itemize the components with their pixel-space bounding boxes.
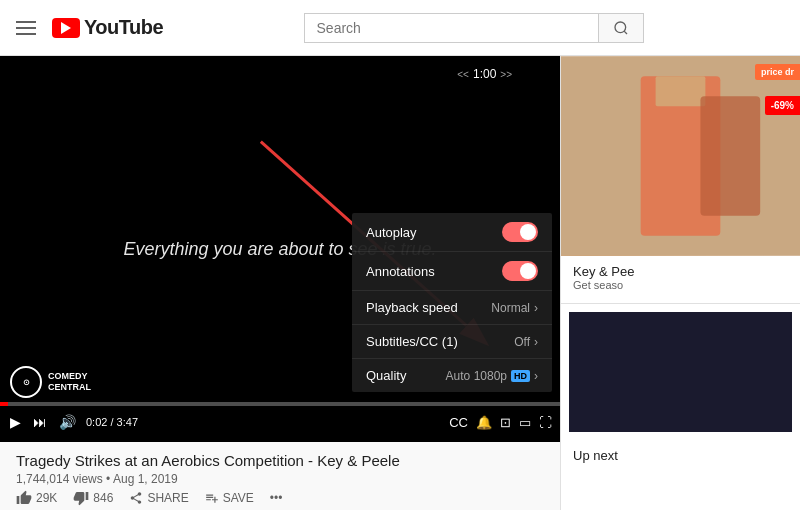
video-section: Everything you are about to see is true.… [0, 56, 560, 510]
youtube-wordmark: YouTube [84, 16, 163, 39]
up-next-label: Up next [561, 440, 800, 471]
cc-text: COMEDYCENTRAL [48, 371, 91, 393]
video-player[interactable]: Everything you are about to see is true.… [0, 56, 560, 442]
settings-panel: Autoplay Annotations Playback speed [352, 213, 552, 392]
save-button[interactable]: SAVE [205, 491, 254, 505]
save-label: SAVE [223, 491, 254, 505]
total-time: 3:47 [117, 416, 138, 428]
autoplay-toggle-knob [520, 224, 536, 240]
sidebar-ad-title: Key & Pee [573, 264, 788, 279]
video-actions: 29K 846 SHARE SAVE ••• [16, 490, 544, 506]
search-input[interactable] [304, 13, 598, 43]
controls-right: CC 🔔 ⊡ ▭ ⛶ [449, 415, 552, 430]
like-button[interactable]: 29K [16, 490, 57, 506]
meta-separator: • [106, 472, 113, 486]
settings-row-playback-speed[interactable]: Playback speed Normal › [352, 291, 552, 325]
search-bar [304, 13, 644, 43]
controls-bar: ▶ ⏭ 🔊 0:02 / 3:47 CC 🔔 ⊡ ▭ ⛶ [0, 402, 560, 442]
volume-button[interactable]: 🔊 [57, 412, 78, 432]
miniplayer-button[interactable]: ⊡ [500, 415, 511, 430]
price-drop-badge: price dr [755, 64, 800, 80]
main-layout: Everything you are about to see is true.… [0, 56, 800, 510]
play-button[interactable]: ▶ [8, 412, 23, 432]
svg-rect-7 [700, 96, 760, 216]
youtube-logo[interactable]: YouTube [52, 16, 163, 39]
sidebar-ad[interactable]: price dr -69% [561, 56, 800, 256]
autoplay-toggle[interactable] [502, 222, 538, 242]
timer-badge: << 1:00 >> [449, 64, 520, 84]
sidebar-ad-text: Key & Pee Get seaso [561, 256, 800, 299]
more-options-button[interactable]: ••• [270, 491, 283, 505]
autoplay-label: Autoplay [366, 225, 417, 240]
subtitles-value: Off › [514, 335, 538, 349]
timer-value: 1:00 [473, 67, 496, 81]
notifications-button[interactable]: 🔔 [476, 415, 492, 430]
next-button[interactable]: ⏭ [31, 412, 49, 432]
search-button[interactable] [598, 13, 644, 43]
share-label: SHARE [147, 491, 188, 505]
hamburger-menu[interactable] [16, 21, 36, 35]
svg-line-1 [624, 31, 627, 34]
video-info: Tragedy Strikes at an Aerobics Competiti… [0, 442, 560, 510]
annotations-toggle-knob [520, 263, 536, 279]
settings-row-annotations[interactable]: Annotations [352, 252, 552, 291]
subtitles-label: Subtitles/CC (1) [366, 334, 458, 349]
sidebar-ad-subtitle: Get seaso [573, 279, 788, 291]
quality-label: Quality [366, 368, 406, 383]
dislike-count: 846 [93, 491, 113, 505]
share-button[interactable]: SHARE [129, 491, 188, 505]
ad-image [561, 56, 800, 256]
subtitles-chevron: › [534, 335, 538, 349]
timer-prev-btn[interactable]: << [457, 69, 469, 80]
svg-rect-6 [656, 76, 706, 106]
time-display: 0:02 / 3:47 [86, 416, 138, 428]
annotations-toggle[interactable] [502, 261, 538, 281]
video-meta: 1,744,014 views • Aug 1, 2019 [16, 472, 544, 486]
current-time: 0:02 [86, 416, 107, 428]
settings-row-quality[interactable]: Quality Auto 1080p HD › [352, 359, 552, 392]
dislike-button[interactable]: 846 [73, 490, 113, 506]
view-count: 1,744,014 views [16, 472, 103, 486]
like-count: 29K [36, 491, 57, 505]
settings-row-autoplay[interactable]: Autoplay [352, 213, 552, 252]
discount-badge: -69% [765, 96, 800, 115]
sidebar: price dr -69% Key & Pee Get seaso Up nex… [560, 56, 800, 510]
quality-chevron: › [534, 369, 538, 383]
header-center [163, 13, 784, 43]
progress-bar-container[interactable] [0, 402, 560, 406]
publish-date: Aug 1, 2019 [113, 472, 178, 486]
header: YouTube [0, 0, 800, 56]
sidebar-video-thumb[interactable] [569, 312, 792, 432]
svg-point-0 [615, 22, 626, 33]
quality-value: Auto 1080p HD › [446, 369, 538, 383]
settings-row-subtitles[interactable]: Subtitles/CC (1) Off › [352, 325, 552, 359]
hd-badge: HD [511, 370, 530, 382]
fullscreen-button[interactable]: ⛶ [539, 415, 552, 430]
youtube-icon [52, 18, 80, 38]
video-title: Tragedy Strikes at an Aerobics Competiti… [16, 452, 544, 469]
annotations-label: Annotations [366, 264, 435, 279]
playback-speed-label: Playback speed [366, 300, 458, 315]
channel-logo: ⊙ COMEDYCENTRAL [10, 366, 91, 398]
timer-next-btn[interactable]: >> [500, 69, 512, 80]
playback-speed-value: Normal › [491, 301, 538, 315]
theater-button[interactable]: ▭ [519, 415, 531, 430]
progress-bar [0, 402, 8, 406]
cc-circle-icon: ⊙ [10, 366, 42, 398]
header-left: YouTube [16, 16, 163, 39]
sidebar-divider [561, 303, 800, 304]
playback-speed-chevron: › [534, 301, 538, 315]
cc-control-button[interactable]: CC [449, 415, 468, 430]
